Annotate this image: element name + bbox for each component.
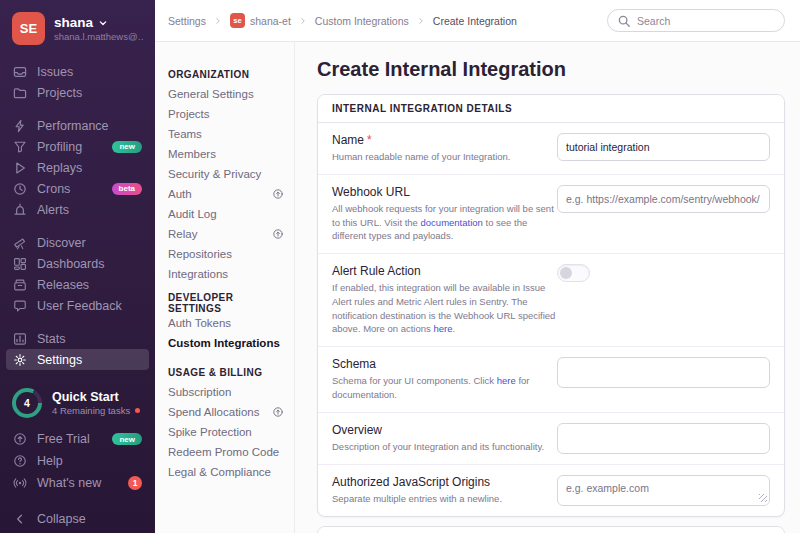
org-user-dropdown[interactable]: SE shana shana.l.matthews@… — [0, 0, 155, 53]
sidebar-item-profiling[interactable]: Profilingnew — [6, 136, 149, 157]
field-label: Webhook URL — [332, 185, 557, 199]
sidebar-item-dashboards[interactable]: Dashboards — [6, 253, 149, 274]
footer-item-label: Free Trial — [37, 432, 90, 446]
field-help: Schema for your UI components. Click her… — [332, 374, 557, 402]
user-name: shana — [54, 15, 93, 30]
sidebar-item-help[interactable]: Help — [6, 450, 149, 472]
breadcrumb-settings[interactable]: Settings — [168, 15, 206, 27]
footer-item-label: What's new — [37, 476, 101, 490]
sidebar-item-alerts[interactable]: Alerts — [6, 199, 149, 220]
notification-dot — [135, 408, 140, 413]
field-help: Description of your Integration and its … — [332, 440, 557, 454]
settings-nav-item-label: Integrations — [168, 268, 228, 280]
settings-nav-item-spend-allocations[interactable]: Spend Allocations — [168, 402, 284, 422]
field-label: Schema — [332, 357, 557, 371]
help-icon — [13, 454, 27, 468]
settings-nav-item-subscription[interactable]: Subscription — [168, 382, 284, 402]
settings-nav-item-general-settings[interactable]: General Settings — [168, 84, 284, 104]
panel-header-internal-integration-details: INTERNAL INTEGRATION DETAILS — [318, 95, 784, 123]
sidebar-nav: IssuesProjectsPerformanceProfilingnewRep… — [0, 53, 155, 382]
sidebar-collapse-button[interactable]: Collapse — [6, 508, 149, 530]
stats-icon — [13, 332, 27, 346]
panel-permissions: PERMISSIONSProject — [317, 526, 785, 533]
sidebar-item-label: User Feedback — [37, 299, 122, 313]
field-meta: Webhook URLAll webhook requests for your… — [332, 185, 557, 243]
breadcrumb-shana-et[interactable]: seshana-et — [230, 13, 291, 28]
settings-nav-item-auth[interactable]: Auth — [168, 184, 284, 204]
settings-nav-item-label: Repositories — [168, 248, 232, 260]
sidebar-item-settings[interactable]: Settings — [6, 349, 149, 370]
settings-nav-item-custom-integrations[interactable]: Custom Integrations — [168, 333, 284, 353]
sidebar-item-user-feedback[interactable]: User Feedback — [6, 295, 149, 316]
search-box[interactable] — [607, 9, 785, 32]
settings-body: ORGANIZATIONGeneral SettingsProjectsTeam… — [155, 42, 800, 533]
alert-rule-action-help-link[interactable]: here — [433, 323, 452, 334]
sidebar-item-free-trial[interactable]: Free Trialnew — [6, 428, 149, 450]
settings-nav-item-relay[interactable]: Relay — [168, 224, 284, 244]
settings-nav-item-redeem-promo-code[interactable]: Redeem Promo Code — [168, 442, 284, 462]
quick-start-item[interactable]: 4 Quick Start 4 Remaining tasks — [0, 382, 155, 428]
sidebar-item-issues[interactable]: Issues — [6, 61, 149, 82]
sidebar-nav-group: IssuesProjects — [0, 61, 155, 103]
sidebar-item-what-s-new[interactable]: What's new1 — [6, 472, 149, 494]
sidebar-item-label: Profiling — [37, 140, 82, 154]
name-input[interactable] — [557, 133, 770, 161]
upsell-icon — [272, 228, 284, 240]
alert-rule-action-toggle[interactable] — [557, 264, 590, 282]
sidebar-item-performance[interactable]: Performance — [6, 115, 149, 136]
settings-nav-item-members[interactable]: Members — [168, 144, 284, 164]
field-control — [557, 133, 770, 161]
sidebar-item-crons[interactable]: Cronsbeta — [6, 178, 149, 199]
settings-nav-item-spike-protection[interactable]: Spike Protection — [168, 422, 284, 442]
settings-nav-item-auth-tokens[interactable]: Auth Tokens — [168, 313, 284, 333]
sidebar-item-stats[interactable]: Stats — [6, 328, 149, 349]
sidebar-item-releases[interactable]: Releases — [6, 274, 149, 295]
overview-textarea[interactable] — [557, 423, 770, 454]
field-help: Separate multiple entries with a newline… — [332, 492, 557, 506]
settings-nav-item-label: Auth Tokens — [168, 317, 231, 329]
replays-icon — [13, 161, 27, 175]
webhook-url-help-link[interactable]: documentation — [421, 217, 483, 228]
settings-nav-item-repositories[interactable]: Repositories — [168, 244, 284, 264]
authorized-javascript-origins-resize-handle[interactable] — [759, 494, 767, 502]
upsell-icon — [272, 406, 284, 418]
main-column: Settingsseshana-etCustom IntegrationsCre… — [155, 0, 800, 533]
settings-nav-item-security-privacy[interactable]: Security & Privacy — [168, 164, 284, 184]
breadcrumb-create-integration[interactable]: Create Integration — [433, 15, 517, 27]
breadcrumb-custom-integrations[interactable]: Custom Integrations — [315, 15, 409, 27]
breadcrumb-label: Create Integration — [433, 15, 517, 27]
settings-nav-item-legal-compliance[interactable]: Legal & Compliance — [168, 462, 284, 482]
quick-start-count: 4 — [16, 392, 38, 414]
panel-header-permissions: PERMISSIONS — [318, 527, 784, 533]
content-area: Create Internal Integration INTERNAL INT… — [295, 42, 800, 533]
sidebar-item-replays[interactable]: Replays — [6, 157, 149, 178]
org-chip: se — [230, 13, 245, 28]
chevron-down-icon — [97, 17, 109, 29]
required-asterisk: * — [367, 133, 372, 147]
webhook-url-input[interactable] — [557, 185, 770, 213]
sidebar-item-label: Replays — [37, 161, 82, 175]
settings-nav-item-teams[interactable]: Teams — [168, 124, 284, 144]
quick-start-subtitle: 4 Remaining tasks — [52, 405, 130, 416]
releases-icon — [13, 278, 27, 292]
user-meta: shana shana.l.matthews@… — [54, 15, 143, 42]
settings-nav-item-label: Audit Log — [168, 208, 217, 220]
dashboards-icon — [13, 257, 27, 271]
field-control — [557, 423, 770, 454]
schema-help-link[interactable]: here — [497, 375, 516, 386]
settings-nav-item-label: Teams — [168, 128, 202, 140]
schema-textarea[interactable] — [557, 357, 770, 388]
sidebar-item-projects[interactable]: Projects — [6, 82, 149, 103]
authorized-javascript-origins-textarea[interactable] — [557, 475, 770, 506]
settings-nav-item-projects[interactable]: Projects — [168, 104, 284, 124]
upsell-icon — [272, 188, 284, 200]
settings-nav-item-integrations[interactable]: Integrations — [168, 264, 284, 284]
settings-nav-item-audit-log[interactable]: Audit Log — [168, 204, 284, 224]
search-input[interactable] — [637, 15, 775, 27]
sidebar-item-discover[interactable]: Discover — [6, 232, 149, 253]
discover-icon — [13, 236, 27, 250]
sidebar-item-label: Dashboards — [37, 257, 104, 271]
sidebar-item-label: Alerts — [37, 203, 69, 217]
field-label: Authorized JavaScript Origins — [332, 475, 557, 489]
user-feedback-icon — [13, 299, 27, 313]
